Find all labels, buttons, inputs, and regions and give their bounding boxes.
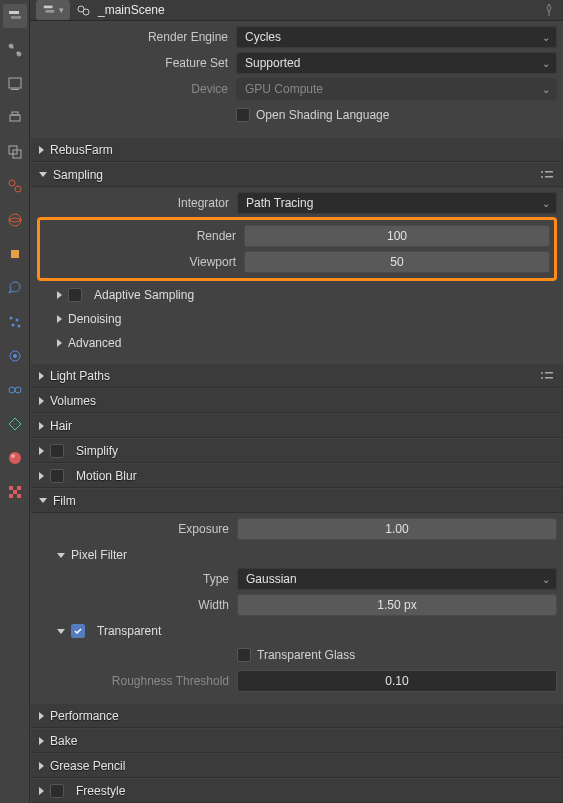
svg-point-35	[541, 176, 543, 178]
panel-bake[interactable]: Bake	[31, 729, 563, 753]
tab-active[interactable]	[3, 4, 27, 28]
collapse-icon	[39, 472, 44, 480]
expand-icon	[57, 629, 65, 634]
tab-world-icon[interactable]	[3, 208, 27, 232]
collapse-icon	[39, 762, 44, 770]
collapse-icon	[57, 291, 62, 299]
svg-rect-0	[9, 11, 19, 14]
panel-options-icon[interactable]	[539, 169, 555, 181]
panel-options-icon[interactable]	[539, 370, 555, 382]
sub-advanced[interactable]: Advanced	[37, 331, 557, 355]
panel-film[interactable]: Film	[31, 489, 563, 513]
tab-tool-icon[interactable]	[3, 38, 27, 62]
render-engine-select[interactable]: Cycles⌄	[236, 26, 557, 48]
svg-rect-38	[545, 372, 553, 374]
adaptive-checkbox[interactable]	[68, 288, 82, 302]
device-label: Device	[36, 82, 236, 96]
integrator-label: Integrator	[37, 196, 237, 210]
viewport-samples-field[interactable]: 50	[244, 251, 550, 273]
feature-set-select[interactable]: Supported⌄	[236, 52, 557, 74]
sub-denoising[interactable]: Denoising	[37, 307, 557, 331]
render-samples-field[interactable]: 100	[244, 225, 550, 247]
motionblur-checkbox[interactable]	[50, 469, 64, 483]
panel-grease[interactable]: Grease Pencil	[31, 754, 563, 778]
scene-icon	[76, 2, 92, 18]
svg-rect-1	[11, 16, 21, 19]
svg-point-11	[15, 186, 21, 192]
panel-motionblur[interactable]: Motion Blur	[31, 464, 563, 488]
svg-point-15	[15, 319, 18, 322]
expand-icon	[57, 553, 65, 558]
exposure-label: Exposure	[37, 522, 237, 536]
collapse-icon	[39, 447, 44, 455]
vertical-tabs	[0, 0, 30, 803]
feature-set-label: Feature Set	[36, 56, 236, 70]
svg-rect-40	[545, 377, 553, 379]
panel-performance[interactable]: Performance	[31, 704, 563, 728]
render-samples-label: Render	[44, 229, 244, 243]
render-settings-body: Render Engine Cycles⌄ Feature Set Suppor…	[30, 21, 563, 137]
tab-constraints-icon[interactable]	[3, 378, 27, 402]
svg-point-33	[541, 171, 543, 173]
tab-material-icon[interactable]	[3, 446, 27, 470]
svg-rect-4	[9, 78, 21, 88]
simplify-checkbox[interactable]	[50, 444, 64, 458]
panel-sampling[interactable]: Sampling	[31, 163, 563, 187]
sub-adaptive-sampling[interactable]: Adaptive Sampling	[37, 283, 557, 307]
panel-lightpaths[interactable]: Light Paths	[31, 364, 563, 388]
expand-icon	[39, 172, 47, 177]
collapse-icon	[39, 422, 44, 430]
tab-modifier-icon[interactable]	[3, 276, 27, 300]
main-panel: ▾ _mainScene Render Engine Cycles⌄ Featu…	[30, 0, 563, 803]
collapse-icon	[57, 339, 62, 347]
panel-simplify[interactable]: Simplify	[31, 439, 563, 463]
svg-rect-13	[11, 250, 19, 258]
tab-data-icon[interactable]	[3, 412, 27, 436]
svg-rect-30	[46, 10, 55, 13]
svg-rect-29	[44, 6, 53, 9]
panel-hair[interactable]: Hair	[31, 414, 563, 438]
panel-freestyle[interactable]: Freestyle	[31, 779, 563, 803]
pin-icon[interactable]	[541, 2, 557, 18]
tab-scene-icon[interactable]	[3, 174, 27, 198]
panel-volumes[interactable]: Volumes	[31, 389, 563, 413]
osl-label: Open Shading Language	[256, 108, 389, 122]
collapse-icon	[39, 712, 44, 720]
freestyle-checkbox[interactable]	[50, 784, 64, 798]
collapse-icon	[39, 397, 44, 405]
panel-rebusfarm[interactable]: RebusFarm	[31, 138, 563, 162]
osl-checkbox[interactable]	[236, 108, 250, 122]
filter-type-select[interactable]: Gaussian⌄	[237, 568, 557, 590]
svg-rect-6	[10, 115, 20, 121]
svg-point-12	[9, 214, 21, 226]
svg-rect-7	[12, 112, 18, 115]
tab-object-icon[interactable]	[3, 242, 27, 266]
filter-width-label: Width	[37, 598, 237, 612]
tab-viewlayer-icon[interactable]	[3, 140, 27, 164]
svg-point-17	[17, 325, 20, 328]
sub-transparent[interactable]: Transparent	[37, 619, 557, 643]
sub-pixel-filter[interactable]: Pixel Filter	[37, 543, 557, 567]
svg-point-23	[11, 454, 15, 458]
tab-output-icon[interactable]	[3, 72, 27, 96]
viewport-samples-label: Viewport	[44, 255, 244, 269]
svg-rect-26	[13, 490, 17, 494]
exposure-field[interactable]: 1.00	[237, 518, 557, 540]
transparent-glass-checkbox[interactable]	[237, 648, 251, 662]
render-icon	[42, 3, 56, 17]
filter-width-field[interactable]: 1.50 px	[237, 594, 557, 616]
svg-point-39	[541, 377, 543, 379]
scene-name: _mainScene	[98, 3, 165, 17]
collapse-icon	[57, 315, 62, 323]
tab-texture-icon[interactable]	[3, 480, 27, 504]
svg-rect-34	[545, 171, 553, 173]
tab-printer-icon[interactable]	[3, 106, 27, 130]
header-bar: ▾ _mainScene	[30, 0, 563, 21]
tab-particles-icon[interactable]	[3, 310, 27, 334]
filter-type-label: Type	[37, 572, 237, 586]
integrator-select[interactable]: Path Tracing⌄	[237, 192, 557, 214]
editor-type-dropdown[interactable]: ▾	[36, 0, 70, 20]
svg-point-14	[9, 317, 12, 320]
transparent-checkbox[interactable]	[71, 624, 85, 638]
tab-physics-icon[interactable]	[3, 344, 27, 368]
